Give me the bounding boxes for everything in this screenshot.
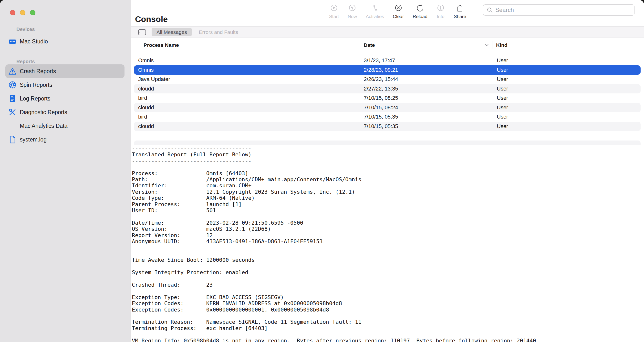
cell-kind: User — [497, 76, 640, 82]
cell-kind: User — [497, 123, 640, 130]
sidebar-item-diagnostic-reports[interactable]: Diagnostic Reports — [5, 105, 124, 119]
cell-process-name: cloudd — [134, 104, 364, 111]
table-row[interactable]: Omnis 3/1/23, 17:47 User — [134, 56, 640, 65]
search-icon — [486, 7, 493, 13]
sidebar-section-label: Reports — [0, 58, 131, 64]
x-circle-icon — [394, 4, 403, 13]
column-header-kind[interactable]: Kind — [496, 38, 508, 52]
table-row[interactable]: Omnis 2/28/23, 09:21 User — [134, 65, 640, 75]
filter-tab-errors-and-faults[interactable]: Errors and Faults — [194, 28, 243, 36]
cell-kind: User — [497, 95, 640, 101]
log-document-icon — [8, 94, 16, 103]
crash-report-text[interactable]: ------------------------------------- Tr… — [131, 145, 644, 342]
console-window: Devices Mac Studio Reports Crash Reports… — [0, 0, 644, 342]
toolbar: Start Now Activities Clear Reload Info S… — [329, 4, 466, 19]
table-row[interactable]: Java Updater 2/26/23, 15:44 User — [134, 75, 640, 84]
document-icon — [8, 135, 16, 144]
window-controls — [10, 10, 36, 15]
sidebar-item-crash-reports[interactable]: Crash Reports — [5, 64, 124, 78]
sidebar-item-spin-reports[interactable]: Spin Reports — [5, 78, 124, 92]
sidebar-item-mac-studio[interactable]: Mac Studio — [5, 35, 124, 48]
page-title: Console — [135, 14, 168, 24]
cell-kind: User — [497, 57, 640, 64]
sidebar-item-mac-analytics-data[interactable]: Mac Analytics Data — [5, 119, 124, 133]
toolbar-button-label: Share — [454, 14, 466, 19]
table-row[interactable]: cloudd 7/10/15, 08:24 User — [134, 103, 640, 112]
zoom-button[interactable] — [30, 10, 36, 15]
column-divider[interactable] — [597, 41, 597, 49]
close-button[interactable] — [10, 10, 16, 15]
sidebar-item-label: Mac Analytics Data — [20, 123, 68, 129]
pane-divider[interactable] — [131, 145, 644, 145]
info-button[interactable]: Info — [436, 4, 445, 19]
table-row[interactable]: cloudd 2/27/22, 13:35 User — [134, 84, 640, 94]
reload-arrow-icon — [416, 4, 424, 13]
sidebar-item-label: Crash Reports — [20, 68, 56, 75]
toolbar-button-label: Now — [348, 14, 357, 19]
cell-date: 2/28/23, 09:21 — [364, 67, 497, 73]
sidebar-item-log-reports[interactable]: Log Reports — [5, 92, 124, 105]
table-row[interactable]: bird 7/10/15, 05:35 User — [134, 112, 640, 122]
table-row-empty — [134, 131, 640, 140]
sidebar: Devices Mac Studio Reports Crash Reports… — [0, 0, 131, 342]
table-header: Process Name Date Kind — [131, 38, 644, 53]
bar-chart-icon — [8, 122, 16, 130]
toolbar-button-label: Activities — [366, 14, 384, 19]
cell-process-name: Omnis — [134, 67, 364, 73]
sidebar-item-label: Spin Reports — [20, 82, 52, 88]
arrow-up-left-circle-icon — [348, 4, 357, 13]
activities-button[interactable]: Activities — [366, 4, 384, 19]
tools-icon — [8, 108, 16, 116]
search-field[interactable] — [483, 4, 635, 15]
toolbar-button-label: Start — [329, 14, 339, 19]
cell-kind: User — [497, 104, 640, 111]
cell-date: 7/10/15, 05:35 — [364, 114, 497, 120]
table-row-empty — [134, 140, 640, 145]
filter-tab-all-messages[interactable]: All Messages — [152, 28, 192, 36]
warning-triangle-icon — [8, 67, 16, 75]
column-divider[interactable] — [492, 41, 492, 49]
device-icon — [8, 37, 16, 46]
cell-date: 7/10/15, 08:25 — [364, 95, 497, 101]
cell-date: 2/27/22, 13:35 — [364, 86, 497, 92]
sidebar-item-label: Mac Studio — [20, 38, 48, 45]
minimize-button[interactable] — [20, 10, 26, 15]
cell-date: 7/10/15, 05:35 — [364, 123, 497, 130]
activities-path-icon — [370, 4, 379, 13]
column-header-date[interactable]: Date — [364, 38, 375, 52]
share-button[interactable]: Share — [454, 4, 466, 19]
cell-date: 2/26/23, 15:44 — [364, 76, 497, 82]
cell-date: 3/1/23, 17:47 — [364, 57, 497, 64]
sidebar-item-system-log[interactable]: system.log — [5, 133, 124, 146]
cell-date: 7/10/15, 08:24 — [364, 104, 497, 111]
spinner-icon — [8, 81, 16, 89]
column-divider[interactable] — [361, 41, 361, 49]
sidebar-toggle-icon[interactable] — [138, 28, 147, 36]
cell-kind: User — [497, 86, 640, 92]
filter-tabs: All Messages Errors and Faults — [147, 29, 243, 35]
reload-button[interactable]: Reload — [413, 4, 428, 19]
share-icon — [456, 4, 464, 13]
cell-process-name: cloudd — [134, 86, 364, 92]
table-row[interactable]: cloudd 7/10/15, 05:35 User — [134, 122, 640, 131]
cell-kind: User — [497, 114, 640, 120]
table-row[interactable]: bird 7/10/15, 08:25 User — [134, 93, 640, 103]
info-circle-icon — [436, 4, 445, 13]
sidebar-section-label: Devices — [0, 26, 131, 32]
cell-process-name: bird — [134, 95, 364, 101]
cell-process-name: cloudd — [134, 123, 364, 130]
start-button[interactable]: Start — [329, 4, 339, 19]
toolbar-button-label: Info — [437, 14, 444, 19]
clear-button[interactable]: Clear — [393, 4, 404, 19]
sort-chevron-icon — [484, 38, 489, 52]
toolbar-button-label: Reload — [413, 14, 428, 19]
now-button[interactable]: Now — [348, 4, 357, 19]
toolbar-button-label: Clear — [393, 14, 404, 19]
cell-process-name: Omnis — [134, 57, 364, 64]
search-input[interactable] — [495, 6, 631, 14]
filter-bar: All Messages Errors and Faults — [131, 26, 644, 38]
process-table: Omnis 3/1/23, 17:47 User Omnis 2/28/23, … — [131, 52, 644, 145]
cell-process-name: Java Updater — [134, 76, 364, 82]
column-header-process-name[interactable]: Process Name — [144, 38, 179, 52]
sidebar-item-label: Diagnostic Reports — [20, 109, 67, 116]
